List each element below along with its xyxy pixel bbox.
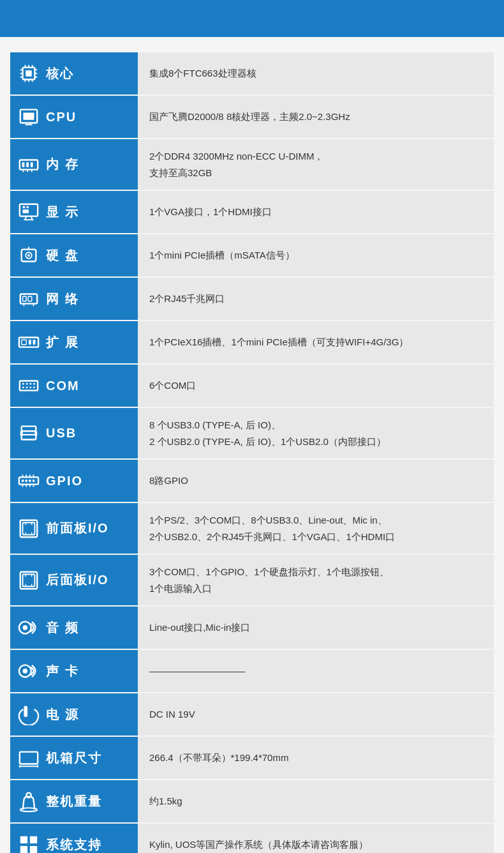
svg-point-33 (27, 254, 30, 257)
value-cell-soundcard: —————————— (138, 649, 494, 693)
value-cell-gpio: 8路GPIO (138, 459, 494, 502)
size-icon (17, 746, 41, 770)
svg-point-92 (26, 793, 31, 798)
svg-rect-36 (23, 296, 27, 301)
svg-rect-55 (20, 431, 23, 436)
value-cell-rear-io: 3个COM口、1个GPIO、1个硬盘指示灯、1个电源按钮、1个电源输入口 (138, 554, 494, 606)
label-cell-audio: 音 频 (10, 606, 138, 649)
page-header (0, 0, 504, 37)
label-text-weight: 整机重量 (46, 793, 102, 810)
svg-rect-87 (20, 752, 38, 764)
panel-icon (17, 568, 41, 593)
value-cell-network: 2个RJ45千兆网口 (138, 277, 494, 321)
table-row: 声 卡 —————————— (10, 649, 494, 693)
svg-point-48 (33, 383, 35, 385)
label-text-com: COM (46, 379, 80, 393)
svg-rect-37 (28, 296, 32, 301)
table-row: 显 示 1个VGA接口，1个HDMI接口 (10, 190, 494, 234)
svg-point-52 (33, 386, 35, 388)
label-cell-expand: 扩 展 (10, 321, 138, 364)
svg-point-61 (33, 479, 35, 482)
label-cell-com: COM (10, 364, 138, 407)
label-text-os: 系统支持 (46, 836, 102, 854)
table-row: COM 6个COM口 (10, 364, 494, 407)
value-cell-weight: 约1.5kg (138, 780, 494, 823)
label-cell-memory: 内 存 (10, 139, 138, 190)
label-text-hdd: 硬 盘 (46, 247, 79, 264)
value-cell-front-io: 1个PS/2、3个COM口、8个USB3.0、Line-out、Mic in、2… (138, 502, 494, 554)
table-row: 硬 盘 1个mini PCIe插槽（mSATA信号） (10, 234, 494, 277)
svg-point-51 (29, 386, 31, 388)
label-cell-hdd: 硬 盘 (10, 234, 138, 277)
audio-icon (17, 615, 41, 640)
svg-rect-93 (20, 836, 27, 843)
label-cell-gpio: GPIO (10, 459, 138, 502)
label-text-size: 机箱尺寸 (46, 750, 102, 767)
svg-rect-18 (22, 162, 25, 167)
svg-rect-42 (29, 340, 31, 345)
svg-point-49 (22, 386, 24, 388)
svg-rect-16 (25, 124, 32, 125)
label-cell-soundcard: 声 卡 (10, 649, 138, 693)
table-row: 整机重量 约1.5kg (10, 780, 494, 823)
panel-icon (17, 517, 41, 541)
svg-rect-41 (22, 340, 27, 345)
specs-table: 核心 集成8个FTC663处理器核 CPU 国产飞腾D2000/8 8核处理器，… (10, 52, 494, 853)
svg-point-28 (23, 206, 26, 209)
value-cell-core: 集成8个FTC663处理器核 (138, 52, 494, 95)
svg-rect-96 (30, 846, 37, 853)
table-row: 网 络 2个RJ45千兆网口 (10, 277, 494, 321)
table-row: 电 源 DC IN 19V (10, 693, 494, 736)
label-text-network: 网 络 (46, 291, 79, 308)
label-cell-os: 系统支持 (10, 823, 138, 853)
gpio-icon (17, 469, 41, 493)
svg-rect-30 (23, 209, 29, 213)
value-cell-audio: Line-out接口,Mic-in接口 (138, 606, 494, 649)
svg-rect-54 (22, 434, 36, 439)
svg-rect-20 (31, 162, 33, 167)
svg-rect-86 (24, 706, 27, 717)
svg-point-45 (22, 383, 24, 385)
value-cell-power: DC IN 19V (138, 693, 494, 736)
label-cell-usb: USB (10, 407, 138, 459)
svg-rect-94 (30, 836, 37, 843)
label-text-audio: 音 频 (46, 619, 79, 637)
table-row: 核心 集成8个FTC663处理器核 (10, 52, 494, 95)
label-text-front-io: 前面板I/O (46, 520, 109, 537)
svg-rect-1 (26, 70, 31, 76)
table-row: GPIO 8路GPIO (10, 459, 494, 502)
value-cell-memory: 2个DDR4 3200MHz non-ECC U-DIMM，支持至高32GB (138, 139, 494, 190)
label-text-display: 显 示 (46, 204, 79, 221)
value-cell-com: 6个COM口 (138, 364, 494, 407)
label-text-expand: 扩 展 (46, 334, 79, 351)
label-cell-rear-io: 后面板I/O (10, 554, 138, 606)
svg-point-50 (26, 386, 28, 388)
usb-icon (17, 421, 41, 446)
value-cell-os: Kylin, UOS等国产操作系统（具体版本请咨询客服） (138, 823, 494, 853)
label-cell-core: 核心 (10, 52, 138, 95)
value-cell-expand: 1个PCIeX16插槽、1个mini PCIe插槽（可支持WIFI+4G/3G） (138, 321, 494, 364)
svg-point-59 (25, 479, 27, 482)
label-cell-power: 电 源 (10, 693, 138, 736)
power-icon (17, 702, 41, 727)
label-cell-network: 网 络 (10, 277, 138, 321)
value-cell-size: 266.4（不带耳朵）*199.4*70mm (138, 736, 494, 780)
label-text-gpio: GPIO (46, 474, 83, 488)
svg-point-83 (23, 625, 28, 630)
hdd-icon (17, 243, 41, 268)
value-cell-hdd: 1个mini PCIe插槽（mSATA信号） (138, 234, 494, 277)
svg-rect-95 (20, 846, 27, 853)
svg-point-46 (26, 383, 28, 385)
svg-rect-53 (22, 426, 36, 431)
network-icon (17, 287, 41, 311)
label-cell-weight: 整机重量 (10, 780, 138, 823)
specs-table-container: 核心 集成8个FTC663处理器核 CPU 国产飞腾D2000/8 8核处理器，… (0, 37, 504, 853)
value-cell-cpu: 国产飞腾D2000/8 8核处理器，主频2.0~2.3GHz (138, 95, 494, 139)
table-row: 系统支持 Kylin, UOS等国产操作系统（具体版本请咨询客服） (10, 823, 494, 853)
label-text-soundcard: 声 卡 (46, 663, 79, 680)
svg-rect-19 (26, 162, 29, 167)
table-row: CPU 国产飞腾D2000/8 8核处理器，主频2.0~2.3GHz (10, 95, 494, 139)
label-cell-cpu: CPU (10, 95, 138, 139)
table-row: 扩 展 1个PCIeX16插槽、1个mini PCIe插槽（可支持WIFI+4G… (10, 321, 494, 364)
label-text-power: 电 源 (46, 706, 79, 723)
